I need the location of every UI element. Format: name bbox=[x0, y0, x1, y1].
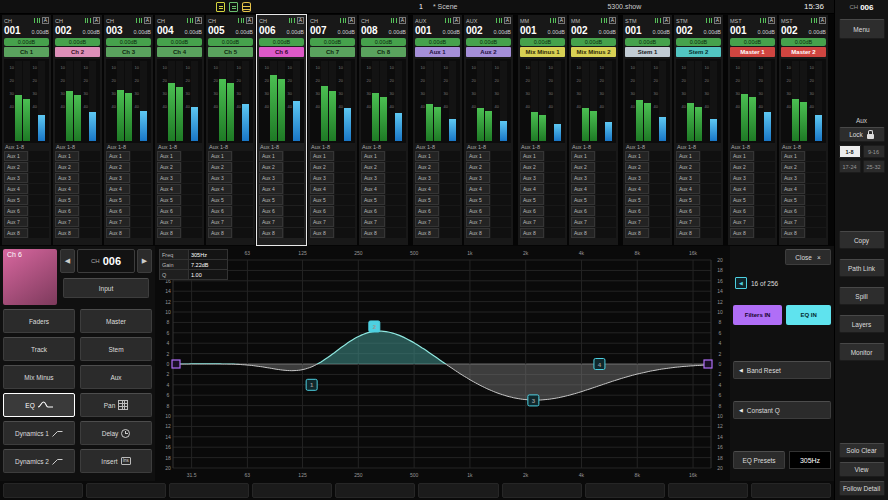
aux-send-row[interactable]: Aux 1 bbox=[571, 151, 616, 161]
detail-tab-eq[interactable]: EQ bbox=[3, 393, 75, 417]
aux-send-row[interactable]: Aux 4 bbox=[361, 184, 406, 194]
strip-mm-001[interactable]: MMA0010.00dB0.00dBMix Minus 110203040102… bbox=[518, 15, 567, 245]
fader-level-pill[interactable]: 0.00dB bbox=[259, 38, 304, 46]
bottom-bar-slot[interactable] bbox=[86, 483, 166, 498]
bottom-bar-slot[interactable] bbox=[585, 483, 665, 498]
aux-send-row[interactable]: Aux 4 bbox=[466, 184, 511, 194]
aux-send-row[interactable]: Aux 3 bbox=[466, 173, 511, 183]
show-file-icon[interactable] bbox=[216, 2, 225, 12]
aux-send-row[interactable]: Aux 1 bbox=[415, 151, 460, 161]
detail-tab-aux[interactable]: Aux bbox=[80, 365, 152, 389]
aux-send-row[interactable]: Aux 5 bbox=[55, 195, 100, 205]
layer-bank-17-24[interactable]: 17-24 bbox=[839, 160, 861, 173]
aux-send-row[interactable]: Aux 4 bbox=[520, 184, 565, 194]
fader-level-pill[interactable]: 0.00dB bbox=[157, 38, 202, 46]
aux-send-row[interactable]: Aux 7 bbox=[781, 217, 826, 227]
aux-send-row[interactable]: Aux 4 bbox=[730, 184, 775, 194]
strip-mst-002[interactable]: MSTA0020.00dB0.00dBMaster 21020304010203… bbox=[779, 15, 828, 245]
layer-bank-25-32[interactable]: 25-32 bbox=[863, 160, 885, 173]
aux-send-row[interactable]: Aux 8 bbox=[571, 228, 616, 238]
detail-tab-master[interactable]: Master bbox=[80, 309, 152, 333]
aux-send-row[interactable]: Aux 6 bbox=[730, 206, 775, 216]
freq-readout-box[interactable]: 305Hz bbox=[789, 451, 831, 469]
aux-send-row[interactable]: Aux 1 bbox=[466, 151, 511, 161]
aux-send-row[interactable]: Aux 4 bbox=[571, 184, 616, 194]
aux-send-row[interactable]: Aux 2 bbox=[208, 162, 253, 172]
aux-send-row[interactable]: Aux 1 bbox=[4, 151, 49, 161]
aux-send-row[interactable]: Aux 2 bbox=[625, 162, 670, 172]
aux-send-row[interactable]: Aux 2 bbox=[571, 162, 616, 172]
scene-file-icon[interactable] bbox=[229, 2, 238, 12]
monitor-button[interactable]: Monitor bbox=[839, 343, 885, 361]
aux-send-row[interactable]: Aux 1 bbox=[781, 151, 826, 161]
lock-button[interactable]: Lock bbox=[839, 127, 885, 142]
filters-in-button[interactable]: Filters IN bbox=[733, 305, 782, 325]
aux-send-row[interactable]: Aux 7 bbox=[415, 217, 460, 227]
aux-send-row[interactable]: Aux 6 bbox=[520, 206, 565, 216]
aux-send-row[interactable]: Aux 2 bbox=[310, 162, 355, 172]
view-button[interactable]: View bbox=[839, 462, 885, 477]
aux-send-row[interactable]: Aux 2 bbox=[259, 162, 304, 172]
aux-send-row[interactable]: Aux 7 bbox=[106, 217, 151, 227]
aux-send-row[interactable]: Aux 4 bbox=[106, 184, 151, 194]
bottom-bar-slot[interactable] bbox=[252, 483, 332, 498]
constant-q-button[interactable]: ◀ Constant Q bbox=[733, 401, 831, 419]
strip-aux-002[interactable]: AUXA0020.00dB0.00dBAux 21020304010203040… bbox=[464, 15, 513, 245]
eq-band-handle-3[interactable]: 3 bbox=[528, 395, 539, 406]
aux-send-row[interactable]: Aux 5 bbox=[259, 195, 304, 205]
aux-send-row[interactable]: Aux 8 bbox=[466, 228, 511, 238]
aux-send-row[interactable]: Aux 1 bbox=[157, 151, 202, 161]
aux-send-row[interactable]: Aux 5 bbox=[157, 195, 202, 205]
aux-send-row[interactable]: Aux 8 bbox=[676, 228, 721, 238]
aux-send-row[interactable]: Aux 2 bbox=[730, 162, 775, 172]
aux-send-row[interactable]: Aux 6 bbox=[415, 206, 460, 216]
aux-send-row[interactable]: Aux 4 bbox=[310, 184, 355, 194]
scene-indicator[interactable]: 1 * Scene bbox=[419, 3, 457, 10]
layers-button[interactable]: Layers bbox=[839, 315, 885, 333]
aux-send-row[interactable]: Aux 8 bbox=[520, 228, 565, 238]
bottom-bar-slot[interactable] bbox=[3, 483, 83, 498]
eq-presets-button[interactable]: EQ Presets bbox=[733, 451, 785, 469]
layer-bank-9-16[interactable]: 9-16 bbox=[863, 145, 885, 158]
aux-send-row[interactable]: Aux 2 bbox=[106, 162, 151, 172]
aux-send-row[interactable]: Aux 4 bbox=[676, 184, 721, 194]
aux-send-row[interactable]: Aux 8 bbox=[730, 228, 775, 238]
fader-level-pill[interactable]: 0.00dB bbox=[310, 38, 355, 46]
aux-send-row[interactable]: Aux 7 bbox=[466, 217, 511, 227]
strip-ch-004[interactable]: CHA0040.00dB0.00dBCh 41020304010203040Au… bbox=[155, 15, 204, 245]
aux-send-row[interactable]: Aux 1 bbox=[310, 151, 355, 161]
aux-send-row[interactable]: Aux 3 bbox=[259, 173, 304, 183]
aux-send-row[interactable]: Aux 8 bbox=[310, 228, 355, 238]
detail-tab-dynamics-2[interactable]: Dynamics 2 bbox=[3, 449, 75, 473]
strip-ch-007[interactable]: CHA0070.00dB0.00dBCh 71020304010203040Au… bbox=[308, 15, 357, 245]
aux-send-row[interactable]: Aux 1 bbox=[361, 151, 406, 161]
aux-send-row[interactable]: Aux 2 bbox=[55, 162, 100, 172]
aux-send-row[interactable]: Aux 3 bbox=[157, 173, 202, 183]
aux-send-row[interactable]: Aux 2 bbox=[466, 162, 511, 172]
eq-plot[interactable]: 2020181816161414121210108866442200224466… bbox=[155, 246, 730, 481]
aux-send-row[interactable]: Aux 8 bbox=[781, 228, 826, 238]
aux-send-row[interactable]: Aux 7 bbox=[520, 217, 565, 227]
aux-send-row[interactable]: Aux 7 bbox=[208, 217, 253, 227]
input-tab-button[interactable]: Input bbox=[63, 278, 149, 298]
aux-send-row[interactable]: Aux 1 bbox=[625, 151, 670, 161]
bottom-bar-slot[interactable] bbox=[502, 483, 582, 498]
fader-level-pill[interactable]: 0.00dB bbox=[361, 38, 406, 46]
path-link-button[interactable]: Path Link bbox=[839, 259, 885, 277]
detail-tab-pan[interactable]: Pan bbox=[80, 393, 152, 417]
fader-level-pill[interactable]: 0.00dB bbox=[571, 38, 616, 46]
aux-send-row[interactable]: Aux 4 bbox=[157, 184, 202, 194]
eq-band-handle-2[interactable]: 2 bbox=[369, 321, 380, 332]
fader-level-pill[interactable]: 0.00dB bbox=[520, 38, 565, 46]
hf-filter-handle[interactable] bbox=[704, 360, 712, 368]
aux-send-row[interactable]: Aux 2 bbox=[4, 162, 49, 172]
detail-tab-delay[interactable]: Delay bbox=[80, 421, 152, 445]
strip-aux-001[interactable]: AUXA0010.00dB0.00dBAux 11020304010203040… bbox=[413, 15, 462, 245]
eq-band-handle-4[interactable]: 4 bbox=[594, 359, 605, 370]
aux-send-row[interactable]: Aux 8 bbox=[259, 228, 304, 238]
eq-in-button[interactable]: EQ IN bbox=[786, 305, 831, 325]
spill-button[interactable]: Spill bbox=[839, 287, 885, 305]
aux-send-row[interactable]: Aux 3 bbox=[730, 173, 775, 183]
fader-level-pill[interactable]: 0.00dB bbox=[4, 38, 49, 46]
aux-send-row[interactable]: Aux 3 bbox=[106, 173, 151, 183]
